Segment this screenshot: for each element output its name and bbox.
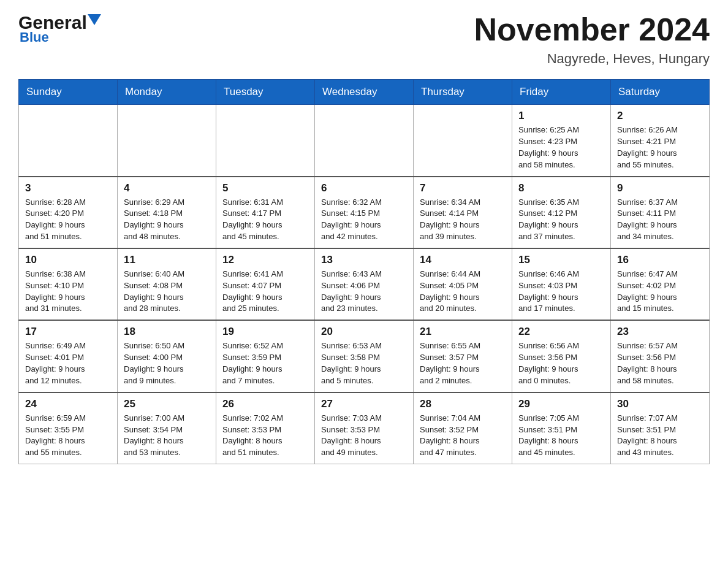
day-number: 25 (124, 398, 210, 410)
day-info: Sunrise: 6:55 AM Sunset: 3:57 PM Dayligh… (420, 340, 506, 386)
calendar-cell: 16Sunrise: 6:47 AM Sunset: 4:02 PM Dayli… (611, 248, 710, 320)
calendar-cell: 17Sunrise: 6:49 AM Sunset: 4:01 PM Dayli… (19, 320, 118, 392)
day-number: 26 (222, 398, 308, 410)
day-number: 28 (420, 398, 506, 410)
calendar-cell: 24Sunrise: 6:59 AM Sunset: 3:55 PM Dayli… (19, 393, 118, 464)
day-info: Sunrise: 7:07 AM Sunset: 3:51 PM Dayligh… (617, 413, 703, 459)
title-section: November 2024 Nagyrede, Heves, Hungary (474, 12, 710, 67)
day-number: 15 (518, 254, 604, 266)
day-number: 12 (222, 254, 308, 266)
calendar-cell: 18Sunrise: 6:50 AM Sunset: 4:00 PM Dayli… (118, 320, 216, 392)
day-info: Sunrise: 6:57 AM Sunset: 3:56 PM Dayligh… (617, 340, 703, 386)
calendar-cell: 11Sunrise: 6:40 AM Sunset: 4:08 PM Dayli… (118, 248, 216, 320)
day-number: 1 (518, 110, 604, 122)
calendar-cell: 28Sunrise: 7:04 AM Sunset: 3:52 PM Dayli… (414, 393, 512, 464)
calendar-cell: 9Sunrise: 6:37 AM Sunset: 4:11 PM Daylig… (611, 177, 710, 248)
day-number: 9 (617, 182, 703, 194)
calendar-cell: 2Sunrise: 6:26 AM Sunset: 4:21 PM Daylig… (611, 105, 710, 177)
calendar-cell: 22Sunrise: 6:56 AM Sunset: 3:56 PM Dayli… (512, 320, 611, 392)
calendar-cell: 19Sunrise: 6:52 AM Sunset: 3:59 PM Dayli… (216, 320, 315, 392)
day-number: 16 (617, 254, 703, 266)
calendar-cell: 1Sunrise: 6:25 AM Sunset: 4:23 PM Daylig… (512, 105, 611, 177)
day-number: 21 (420, 326, 506, 338)
weekday-header-thursday: Thursday (414, 80, 512, 105)
svg-marker-0 (88, 14, 101, 25)
calendar-cell (118, 105, 216, 177)
calendar-cell: 15Sunrise: 6:46 AM Sunset: 4:03 PM Dayli… (512, 248, 611, 320)
day-info: Sunrise: 7:02 AM Sunset: 3:53 PM Dayligh… (222, 413, 308, 459)
day-number: 18 (124, 326, 210, 338)
day-info: Sunrise: 6:56 AM Sunset: 3:56 PM Dayligh… (518, 340, 604, 386)
day-number: 20 (321, 326, 407, 338)
day-info: Sunrise: 6:28 AM Sunset: 4:20 PM Dayligh… (25, 197, 111, 243)
calendar-cell (414, 105, 512, 177)
calendar-week-row: 3Sunrise: 6:28 AM Sunset: 4:20 PM Daylig… (19, 177, 710, 248)
day-info: Sunrise: 6:32 AM Sunset: 4:15 PM Dayligh… (321, 197, 407, 243)
day-info: Sunrise: 6:43 AM Sunset: 4:06 PM Dayligh… (321, 269, 407, 315)
day-number: 13 (321, 254, 407, 266)
day-number: 17 (25, 326, 111, 338)
day-number: 27 (321, 398, 407, 410)
day-number: 14 (420, 254, 506, 266)
calendar-cell: 13Sunrise: 6:43 AM Sunset: 4:06 PM Dayli… (315, 248, 414, 320)
logo-triangle-icon (88, 14, 101, 28)
calendar-week-row: 1Sunrise: 6:25 AM Sunset: 4:23 PM Daylig… (19, 105, 710, 177)
calendar-cell (216, 105, 315, 177)
day-info: Sunrise: 6:38 AM Sunset: 4:10 PM Dayligh… (25, 269, 111, 315)
weekday-header-tuesday: Tuesday (216, 80, 315, 105)
day-number: 4 (124, 182, 210, 194)
day-info: Sunrise: 7:05 AM Sunset: 3:51 PM Dayligh… (518, 413, 604, 459)
day-info: Sunrise: 6:25 AM Sunset: 4:23 PM Dayligh… (518, 124, 604, 170)
calendar-week-row: 24Sunrise: 6:59 AM Sunset: 3:55 PM Dayli… (19, 393, 710, 464)
day-info: Sunrise: 6:53 AM Sunset: 3:58 PM Dayligh… (321, 340, 407, 386)
day-info: Sunrise: 6:37 AM Sunset: 4:11 PM Dayligh… (617, 197, 703, 243)
calendar-cell: 7Sunrise: 6:34 AM Sunset: 4:14 PM Daylig… (414, 177, 512, 248)
day-info: Sunrise: 6:46 AM Sunset: 4:03 PM Dayligh… (518, 269, 604, 315)
day-number: 22 (518, 326, 604, 338)
calendar-cell: 23Sunrise: 6:57 AM Sunset: 3:56 PM Dayli… (611, 320, 710, 392)
calendar-cell: 12Sunrise: 6:41 AM Sunset: 4:07 PM Dayli… (216, 248, 315, 320)
page-header: General Blue November 2024 Nagyrede, Hev… (18, 12, 710, 67)
calendar-cell: 27Sunrise: 7:03 AM Sunset: 3:53 PM Dayli… (315, 393, 414, 464)
logo: General Blue (18, 12, 101, 45)
day-number: 30 (617, 398, 703, 410)
day-number: 11 (124, 254, 210, 266)
day-number: 3 (25, 182, 111, 194)
day-info: Sunrise: 7:00 AM Sunset: 3:54 PM Dayligh… (124, 413, 210, 459)
day-info: Sunrise: 6:59 AM Sunset: 3:55 PM Dayligh… (25, 413, 111, 459)
day-number: 7 (420, 182, 506, 194)
day-info: Sunrise: 6:41 AM Sunset: 4:07 PM Dayligh… (222, 269, 308, 315)
day-info: Sunrise: 6:52 AM Sunset: 3:59 PM Dayligh… (222, 340, 308, 386)
weekday-header-friday: Friday (512, 80, 611, 105)
calendar-cell: 26Sunrise: 7:02 AM Sunset: 3:53 PM Dayli… (216, 393, 315, 464)
day-info: Sunrise: 7:03 AM Sunset: 3:53 PM Dayligh… (321, 413, 407, 459)
day-info: Sunrise: 6:26 AM Sunset: 4:21 PM Dayligh… (617, 124, 703, 170)
day-info: Sunrise: 6:47 AM Sunset: 4:02 PM Dayligh… (617, 269, 703, 315)
calendar-cell: 3Sunrise: 6:28 AM Sunset: 4:20 PM Daylig… (19, 177, 118, 248)
calendar-cell: 20Sunrise: 6:53 AM Sunset: 3:58 PM Dayli… (315, 320, 414, 392)
calendar-cell (315, 105, 414, 177)
calendar-cell: 29Sunrise: 7:05 AM Sunset: 3:51 PM Dayli… (512, 393, 611, 464)
day-number: 23 (617, 326, 703, 338)
calendar-subtitle: Nagyrede, Heves, Hungary (474, 51, 710, 67)
day-info: Sunrise: 6:34 AM Sunset: 4:14 PM Dayligh… (420, 197, 506, 243)
weekday-header-saturday: Saturday (611, 80, 710, 105)
day-info: Sunrise: 6:44 AM Sunset: 4:05 PM Dayligh… (420, 269, 506, 315)
weekday-header-row: SundayMondayTuesdayWednesdayThursdayFrid… (19, 80, 710, 105)
calendar-cell: 21Sunrise: 6:55 AM Sunset: 3:57 PM Dayli… (414, 320, 512, 392)
calendar-cell: 6Sunrise: 6:32 AM Sunset: 4:15 PM Daylig… (315, 177, 414, 248)
day-number: 6 (321, 182, 407, 194)
calendar-cell (19, 105, 118, 177)
calendar-week-row: 10Sunrise: 6:38 AM Sunset: 4:10 PM Dayli… (19, 248, 710, 320)
logo-blue: Blue (20, 29, 49, 45)
calendar-cell: 30Sunrise: 7:07 AM Sunset: 3:51 PM Dayli… (611, 393, 710, 464)
weekday-header-wednesday: Wednesday (315, 80, 414, 105)
weekday-header-sunday: Sunday (19, 80, 118, 105)
day-number: 19 (222, 326, 308, 338)
day-info: Sunrise: 6:49 AM Sunset: 4:01 PM Dayligh… (25, 340, 111, 386)
weekday-header-monday: Monday (118, 80, 216, 105)
calendar-cell: 8Sunrise: 6:35 AM Sunset: 4:12 PM Daylig… (512, 177, 611, 248)
calendar-title: November 2024 (474, 12, 710, 47)
calendar-cell: 5Sunrise: 6:31 AM Sunset: 4:17 PM Daylig… (216, 177, 315, 248)
calendar-cell: 10Sunrise: 6:38 AM Sunset: 4:10 PM Dayli… (19, 248, 118, 320)
